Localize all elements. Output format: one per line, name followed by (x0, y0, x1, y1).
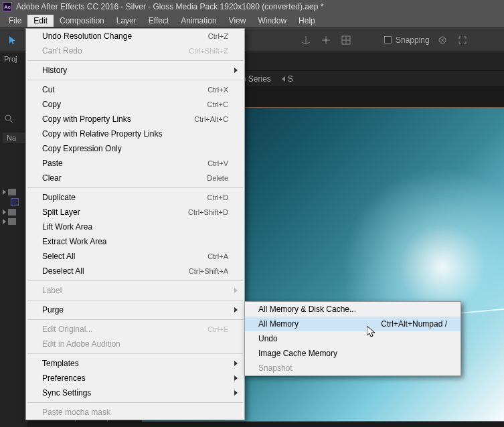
project-item[interactable] (0, 187, 27, 197)
expand-icon[interactable] (455, 33, 470, 48)
menu-item: Label (26, 283, 244, 298)
menu-animation[interactable]: Animation (175, 15, 222, 27)
checkbox-icon[interactable] (384, 36, 392, 44)
folder-icon (8, 209, 16, 216)
menu-item[interactable]: Sync Settings (26, 386, 244, 400)
menu-item[interactable]: Purge (26, 303, 244, 317)
grid-icon[interactable] (339, 33, 353, 48)
project-item[interactable] (0, 207, 27, 217)
menu-item[interactable]: ClearDelete (26, 171, 244, 185)
name-column-header[interactable]: Na (3, 133, 25, 143)
submenu-item[interactable]: All Memory & Disk Cache... (245, 302, 460, 317)
submenu-item[interactable]: Undo (245, 331, 460, 346)
menu-item[interactable]: History (26, 63, 244, 78)
project-item[interactable] (0, 197, 27, 207)
edit-menu-dropdown[interactable]: Undo Resolution ChangeCtrl+ZCan't RedoCt… (25, 28, 245, 420)
menu-item[interactable]: Extract Work Area (26, 234, 244, 249)
submenu-arrow-icon (234, 361, 238, 366)
menu-view[interactable]: View (223, 15, 252, 27)
menu-item[interactable]: Templates (26, 356, 244, 371)
window-title: Adobe After Effects CC 2016 - Silver - G… (16, 2, 323, 11)
menu-item: Paste mocha mask (26, 405, 244, 420)
menu-item[interactable]: Copy Expression Only (26, 141, 244, 156)
twirl-icon[interactable] (3, 189, 6, 195)
comp-icon (11, 198, 19, 206)
menu-help[interactable]: Help (292, 15, 321, 27)
menu-item[interactable]: PasteCtrl+V (26, 156, 244, 171)
menu-item[interactable]: Deselect AllCtrl+Shift+A (26, 264, 244, 278)
submenu-arrow-icon (234, 307, 238, 313)
anchor-icon[interactable] (319, 33, 333, 48)
folder-icon (8, 218, 16, 225)
menu-item[interactable]: CopyCtrl+C (26, 97, 244, 112)
menu-item[interactable]: Split LayerCtrl+Shift+D (26, 205, 244, 220)
app-icon: Ae (3, 2, 12, 11)
submenu-arrow-icon (234, 375, 238, 381)
menu-item[interactable]: Undo Resolution ChangeCtrl+Z (26, 29, 244, 44)
snapping-toggle[interactable]: Snapping (384, 35, 430, 45)
snap-opt-icon[interactable] (435, 33, 450, 48)
menu-effect[interactable]: Effect (143, 15, 175, 27)
twirl-icon[interactable] (3, 209, 6, 215)
axis-icon[interactable] (299, 33, 313, 48)
title-bar: Ae Adobe After Effects CC 2016 - Silver … (0, 0, 504, 13)
submenu-item[interactable]: Image Cache Memory (245, 346, 460, 361)
menu-layer[interactable]: Layer (110, 15, 143, 27)
menu-item: Edit in Adobe Audition (26, 337, 244, 351)
menu-window[interactable]: Window (252, 15, 292, 27)
svg-point-3 (5, 115, 11, 120)
menu-item[interactable]: Copy with Relative Property Links (26, 126, 244, 141)
breadcrumb-tab[interactable]: S (276, 72, 299, 86)
selection-tool-icon[interactable] (5, 33, 20, 48)
menu-item[interactable]: Select AllCtrl+A (26, 249, 244, 264)
menu-item[interactable]: Lift Work Area (26, 220, 244, 234)
purge-submenu[interactable]: All Memory & Disk Cache...All MemoryCtrl… (244, 301, 461, 376)
menu-file[interactable]: File (3, 15, 27, 27)
menu-item[interactable]: DuplicateCtrl+D (26, 190, 244, 205)
twirl-icon[interactable] (3, 219, 6, 224)
menu-item: Can't RedoCtrl+Shift+Z (26, 44, 244, 58)
submenu-arrow-icon (234, 288, 238, 293)
submenu-arrow-icon (234, 390, 238, 396)
folder-icon (8, 189, 16, 195)
menu-bar[interactable]: FileEditCompositionLayerEffectAnimationV… (0, 13, 504, 28)
snapping-label: Snapping (396, 35, 430, 45)
project-item[interactable] (0, 217, 27, 226)
search-icon[interactable] (4, 114, 13, 123)
menu-edit[interactable]: Edit (27, 15, 54, 27)
project-tab-label[interactable]: Proj (0, 52, 27, 66)
submenu-item[interactable]: All MemoryCtrl+Alt+Numpad / (245, 317, 460, 331)
menu-item[interactable]: CutCtrl+X (26, 82, 244, 97)
submenu-item: Snapshot (245, 361, 460, 375)
submenu-arrow-icon (234, 68, 238, 73)
menu-item[interactable]: Copy with Property LinksCtrl+Alt+C (26, 112, 244, 126)
menu-composition[interactable]: Composition (54, 15, 110, 27)
menu-item: Edit Original...Ctrl+E (26, 322, 244, 337)
project-panel[interactable]: Proj Na (0, 52, 28, 427)
menu-item[interactable]: Preferences (26, 371, 244, 386)
